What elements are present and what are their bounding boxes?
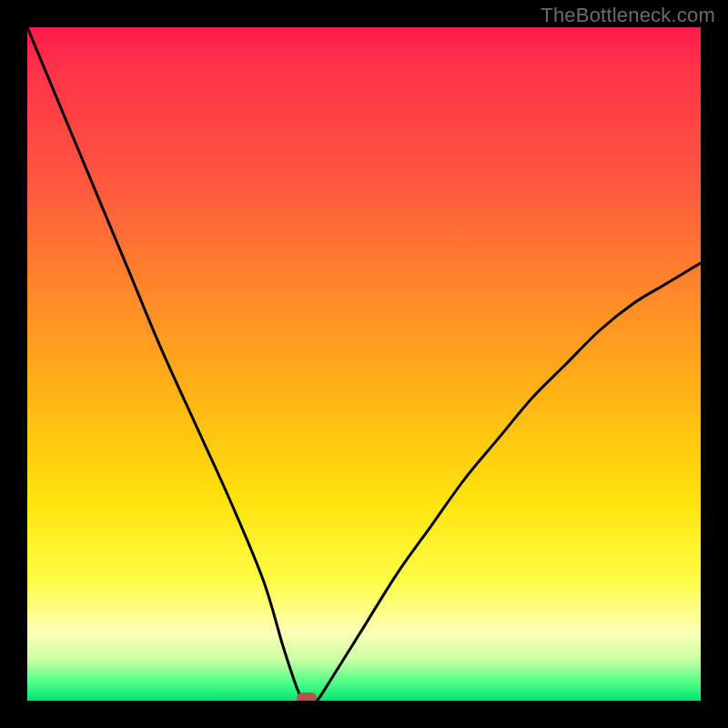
chart-frame: TheBottleneck.com xyxy=(0,0,728,728)
watermark-text: TheBottleneck.com xyxy=(541,4,715,27)
bottleneck-curve xyxy=(27,27,701,701)
plot-area xyxy=(27,27,701,701)
curve-path xyxy=(27,27,701,701)
minimum-marker xyxy=(297,693,317,701)
